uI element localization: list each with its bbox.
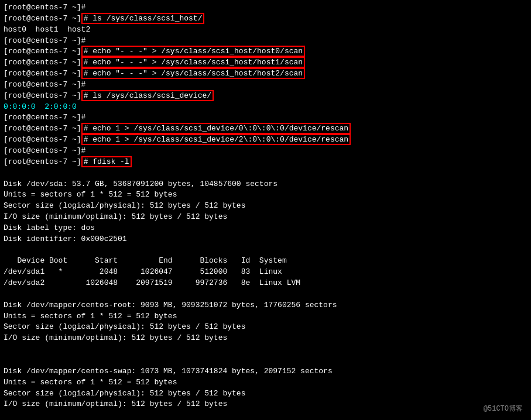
line-26: Units = sectors of 1 * 512 = 512 bytes (4, 311, 527, 322)
line-blank-5 (4, 355, 527, 366)
line-14: [root@centos-7 ~]# (4, 146, 527, 157)
terminal: [root@centos-7 ~]# [root@centos-7 ~]# ls… (4, 2, 527, 418)
line-25: Disk /dev/mapper/centos-root: 9093 MB, 9… (4, 300, 527, 311)
line-blank-4 (4, 344, 527, 355)
watermark: @51CTO博客 (484, 404, 523, 414)
line-7: [root@centos-7 ~]# echo "- - -" > /sys/c… (4, 68, 527, 80)
line-8: [root@centos-7 ~]# (4, 80, 527, 91)
line-3: host0 host1 host2 (4, 25, 527, 36)
line-23: /dev/sda1 * 2048 1026047 512000 83 Linux (4, 267, 527, 278)
line-6: [root@centos-7 ~]# echo "- - -" > /sys/c… (4, 57, 527, 68)
line-2: [root@centos-7 ~]# ls /sys/class/scsi_ho… (4, 13, 527, 25)
line-blank-6 (4, 410, 527, 420)
line-blank-2 (4, 245, 527, 256)
line-blank-3 (4, 289, 527, 300)
line-17: Units = sectors of 1 * 512 = 512 bytes (4, 190, 527, 201)
line-5: [root@centos-7 ~]# echo "- - -" > /sys/c… (4, 46, 527, 57)
line-31: Sector size (logical/physical): 512 byte… (4, 388, 527, 400)
line-blank-1 (4, 168, 527, 179)
line-11: [root@centos-7 ~]# (4, 112, 527, 123)
line-22: Device Boot Start End Blocks Id System (4, 256, 527, 267)
line-16: Disk /dev/sda: 53.7 GB, 53687091200 byte… (4, 179, 527, 190)
line-19: I/O size (minimum/optimal): 512 bytes / … (4, 212, 527, 223)
line-32: I/O size (minimum/optimal): 512 bytes / … (4, 399, 527, 410)
line-12: [root@centos-7 ~]# echo 1 > /sys/class/s… (4, 123, 527, 135)
line-21: Disk identifier: 0x000c2501 (4, 234, 527, 245)
line-13: [root@centos-7 ~]# echo 1 > /sys/class/s… (4, 135, 527, 146)
line-10: 0:0:0:0 2:0:0:0 (4, 102, 527, 113)
line-27: Sector size (logical/physical): 512 byte… (4, 322, 527, 333)
line-20: Disk label type: dos (4, 223, 527, 234)
line-4: [root@centos-7 ~]# (4, 36, 527, 47)
line-15: [root@centos-7 ~]# fdisk -l (4, 157, 527, 168)
line-18: Sector size (logical/physical): 512 byte… (4, 201, 527, 212)
line-30: Units = sectors of 1 * 512 = 512 bytes (4, 377, 527, 388)
line-1: [root@centos-7 ~]# (4, 2, 527, 13)
line-9: [root@centos-7 ~]# ls /sys/class/scsi_de… (4, 91, 527, 102)
line-24: /dev/sda2 1026048 20971519 9972736 8e Li… (4, 278, 527, 289)
line-29: Disk /dev/mapper/centos-swap: 1073 MB, 1… (4, 366, 527, 377)
line-28: I/O size (minimum/optimal): 512 bytes / … (4, 333, 527, 344)
